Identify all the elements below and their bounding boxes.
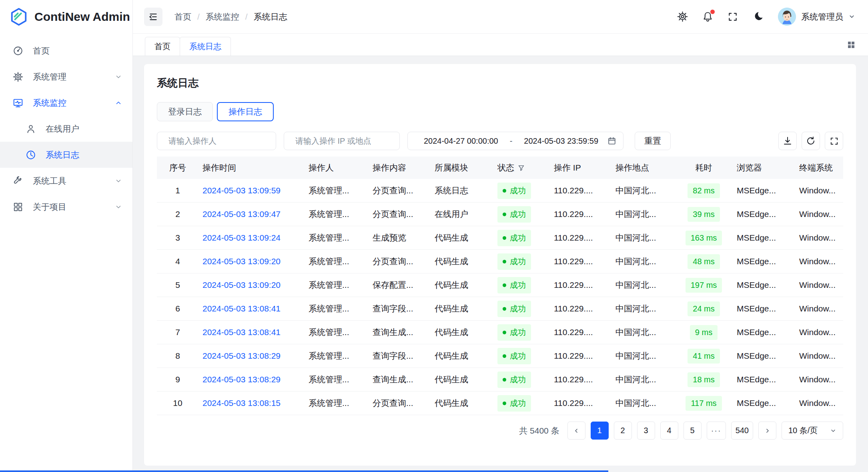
operator-search-input[interactable] xyxy=(168,136,275,146)
status-label: 成功 xyxy=(510,256,526,267)
log-detail-link[interactable]: 2024-05-03 13:09:24 xyxy=(202,233,281,242)
cell-index: 3 xyxy=(157,233,198,243)
cell-location: 中国河北... xyxy=(611,350,675,362)
cell-operator: 系统管理... xyxy=(305,256,369,267)
status-label: 成功 xyxy=(510,280,526,291)
export-button[interactable] xyxy=(778,132,797,150)
sidebar-item-system-log[interactable]: 系统日志 xyxy=(0,142,132,168)
chevron-down-icon xyxy=(115,203,122,211)
tab-list-button[interactable] xyxy=(846,40,856,50)
sidebar-item-online-users[interactable]: 在线用户 xyxy=(0,116,132,142)
topbar: 首页 / 系统监控 / 系统日志 xyxy=(133,0,868,34)
cell-module: 代码生成 xyxy=(431,374,493,385)
sidebar-item-system-management[interactable]: 系统管理 xyxy=(0,64,132,90)
log-detail-link[interactable]: 2024-05-03 13:08:41 xyxy=(202,327,281,337)
log-detail-link[interactable]: 2024-05-03 13:09:20 xyxy=(202,280,281,289)
cell-os: Window... xyxy=(795,280,843,290)
tab-operation-log[interactable]: 操作日志 xyxy=(217,102,274,121)
duration-badge: 197 ms xyxy=(686,278,722,293)
filter-funnel-icon[interactable] xyxy=(518,165,525,171)
date-separator: - xyxy=(507,137,515,146)
cell-browser: MSEdge... xyxy=(733,233,795,243)
tab-login-log[interactable]: 登录日志 xyxy=(157,102,213,121)
reset-button[interactable]: 重置 xyxy=(635,132,671,150)
page-size-select[interactable]: 10 条/页 xyxy=(782,422,843,440)
log-detail-link[interactable]: 2024-05-03 13:08:29 xyxy=(202,351,281,360)
app-logo[interactable]: ContiNew Admin xyxy=(0,0,132,34)
log-detail-link[interactable]: 2024-05-03 13:08:15 xyxy=(202,398,281,408)
pagination-prev-button[interactable] xyxy=(567,422,585,440)
duration-badge: 41 ms xyxy=(688,349,720,364)
user-menu[interactable]: 系统管理员 xyxy=(778,8,855,26)
pagination-page-5[interactable]: 5 xyxy=(684,422,702,440)
log-detail-link[interactable]: 2024-05-03 13:08:29 xyxy=(202,375,281,384)
pagination-page-2[interactable]: 2 xyxy=(614,422,632,440)
pagination-page-4[interactable]: 4 xyxy=(660,422,678,440)
cell-ip: 110.229.... xyxy=(550,280,611,290)
status-dot-icon xyxy=(503,260,506,263)
cell-operator: 系统管理... xyxy=(305,398,369,409)
cell-content: 查询生成... xyxy=(369,327,431,338)
table-row: 4 2024-05-03 13:09:20 系统管理... 分页查询... 代码… xyxy=(157,250,843,273)
cell-ip: 110.229.... xyxy=(550,186,611,195)
duration-badge: 24 ms xyxy=(688,301,720,316)
status-dot-icon xyxy=(503,378,506,382)
cell-index: 6 xyxy=(157,304,198,313)
cell-index: 10 xyxy=(157,398,198,408)
user-icon xyxy=(26,124,36,134)
log-detail-link[interactable]: 2024-05-03 13:09:20 xyxy=(202,257,281,266)
notifications-button[interactable] xyxy=(702,11,713,22)
status-label: 成功 xyxy=(510,185,526,196)
pagination-page-1[interactable]: 1 xyxy=(591,422,609,440)
sidebar-item-system-monitor[interactable]: 系统监控 xyxy=(0,90,132,116)
date-end: 2024-05-03 23:59:59 xyxy=(515,137,607,146)
dashboard-icon xyxy=(13,46,23,56)
sidebar-item-home[interactable]: 首页 xyxy=(0,38,132,64)
horizontal-scrollbar-thumb[interactable] xyxy=(0,470,608,472)
pagination-ellipsis[interactable]: ··· xyxy=(707,422,726,440)
pagination-page-3[interactable]: 3 xyxy=(637,422,655,440)
cell-status: 成功 xyxy=(493,253,550,270)
cell-module: 代码生成 xyxy=(431,303,493,314)
log-detail-link[interactable]: 2024-05-03 13:08:41 xyxy=(202,304,281,313)
cell-status: 成功 xyxy=(493,324,550,341)
settings-button[interactable] xyxy=(677,11,688,22)
clock-icon xyxy=(26,150,36,160)
refresh-button[interactable] xyxy=(802,132,820,150)
dark-mode-toggle[interactable] xyxy=(752,11,764,22)
cell-os: Window... xyxy=(795,375,843,384)
table-row: 1 2024-05-03 13:09:59 系统管理... 分页查询... 系统… xyxy=(157,179,843,203)
cell-ip: 110.229.... xyxy=(550,398,611,408)
breadcrumb-item-home[interactable]: 首页 xyxy=(174,11,191,22)
sidebar-item-about-project[interactable]: 关于项目 xyxy=(0,194,132,220)
cell-operator: 系统管理... xyxy=(305,279,369,291)
sidebar-collapse-button[interactable] xyxy=(144,8,162,26)
sidebar-item-system-tools[interactable]: 系统工具 xyxy=(0,168,132,194)
log-table: 序号 操作时间 操作人 操作内容 所属模块 状态 操作 IP 操作地点 耗时 浏… xyxy=(157,157,843,415)
status-badge: 成功 xyxy=(497,348,531,364)
ip-search-input[interactable] xyxy=(295,136,402,146)
tab-home[interactable]: 首页 xyxy=(145,37,180,56)
breadcrumb-item-system-monitor[interactable]: 系统监控 xyxy=(206,11,239,22)
date-range-picker[interactable]: 2024-04-27 00:00:00 - 2024-05-03 23:59:5… xyxy=(407,132,623,150)
table-body: 1 2024-05-03 13:09:59 系统管理... 分页查询... 系统… xyxy=(157,179,843,415)
cell-module: 在线用户 xyxy=(431,209,493,220)
table-row: 9 2024-05-03 13:08:29 系统管理... 查询生成... 代码… xyxy=(157,368,843,392)
table-row: 5 2024-05-03 13:09:20 系统管理... 保存配置... 代码… xyxy=(157,273,843,297)
cell-location: 中国河北... xyxy=(611,398,675,409)
ip-search-field[interactable] xyxy=(284,132,400,150)
cell-operator: 系统管理... xyxy=(305,327,369,338)
table-fullscreen-button[interactable] xyxy=(825,132,843,150)
status-dot-icon xyxy=(503,331,506,334)
log-detail-link[interactable]: 2024-05-03 13:09:47 xyxy=(202,209,281,219)
status-badge: 成功 xyxy=(497,324,531,341)
log-detail-link[interactable]: 2024-05-03 13:09:59 xyxy=(202,186,281,195)
fullscreen-button[interactable] xyxy=(728,12,738,22)
breadcrumb: 首页 / 系统监控 / 系统日志 xyxy=(174,11,287,22)
operator-search-field[interactable] xyxy=(157,132,276,150)
tab-system-log[interactable]: 系统日志 xyxy=(180,37,231,56)
cell-os: Window... xyxy=(795,398,843,408)
cell-index: 4 xyxy=(157,257,198,266)
pagination-page-540[interactable]: 540 xyxy=(731,422,753,440)
pagination-next-button[interactable] xyxy=(758,422,776,440)
